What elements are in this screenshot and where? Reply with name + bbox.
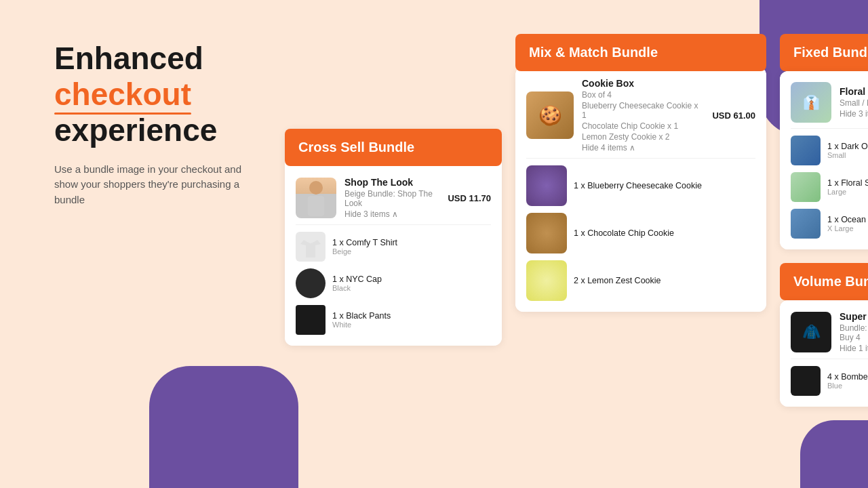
dark-ocean-image: [791, 136, 821, 165]
cross-sell-hide-btn[interactable]: Hide 3 items ∧: [344, 209, 439, 219]
floral-shirt-info: 1 x Floral Shirt Large: [827, 178, 868, 196]
mix-match-header: Mix & Match Bundle: [515, 34, 766, 71]
volume-bundle-item-info: Super Saver - Buy 4 Bundle: Super Saver …: [840, 311, 868, 353]
fixed-bundle-hide-btn[interactable]: Hide 3 items ∧: [840, 109, 868, 119]
cross-sell-item-info: Shop The Look Beige Bundle: Shop The Loo…: [344, 177, 439, 219]
list-item: 1 x Ocean Blue X Large: [791, 209, 868, 239]
cards-area: Cross Sell Bundle Shop The Look Beige Bu: [285, 34, 868, 407]
fixed-bundle-main-item: 👔 Floral Bundle Small / Large/ X Large H…: [791, 82, 868, 123]
volume-bundle-main-item: 🧥 Super Saver - Buy 4 Bundle: Super Save…: [791, 311, 868, 353]
floral-shirt-variant: Large: [827, 188, 868, 196]
lemon-cookie-info: 2 x Lemon Zest Cookie: [574, 276, 755, 285]
mix-match-detail-2: Chocolate Chip Cookie x 1: [582, 121, 704, 131]
cross-sell-item-name: Shop The Look: [344, 177, 439, 188]
cross-sell-wrapper: Cross Sell Bundle Shop The Look Beige Bu: [285, 129, 502, 346]
lemon-cookie-image: [526, 260, 567, 301]
blueberry-cookie-info: 1 x Blueberry Cheesecake Cookie: [574, 181, 755, 190]
volume-bundle-hide-btn[interactable]: Hide 1 item ∧: [840, 344, 868, 353]
bomber-jacket-variant: Blue: [827, 382, 868, 390]
cross-sell-sub-items: 1 x Comfy T Shirt Beige 1 x NYC Cap Blac…: [296, 232, 491, 335]
blueberry-cookie-name: 1 x Blueberry Cheesecake Cookie: [574, 181, 755, 190]
cross-sell-divider: [296, 224, 491, 225]
hero-title: Enhanced checkout experience: [54, 41, 264, 148]
floral-shirt-image: [791, 172, 821, 202]
volume-bundle-divider: [791, 359, 868, 359]
list-item: 1 x Blueberry Cheesecake Cookie: [526, 165, 755, 206]
bomber-jacket-name: 4 x Bomber Jacket: [827, 372, 868, 382]
mix-match-card: 🍪 Cookie Box Box of 4 Blueberry Cheeseca…: [515, 67, 766, 312]
nyc-cap-image: [296, 268, 326, 298]
mix-match-item-name: Cookie Box: [582, 78, 704, 89]
fixed-bundle-wrapper: Fixed Bundle 👔 Floral Bundle Small / Lar…: [780, 34, 868, 249]
black-pants-name: 1 x Black Pants: [332, 311, 491, 321]
comfy-tshirt-name: 1 x Comfy T Shirt: [332, 238, 491, 247]
volume-bundle-wrapper: Volume Bundle 🧥 Super Saver - Buy 4 Bund…: [780, 263, 868, 407]
dark-ocean-variant: Small: [827, 151, 868, 159]
right-cards: Fixed Bundle 👔 Floral Bundle Small / Lar…: [780, 34, 868, 407]
cross-sell-body: Shop The Look Beige Bundle: Shop The Loo…: [285, 166, 502, 346]
nyc-cap-variant: Black: [332, 284, 491, 292]
list-item: 1 x Floral Shirt Large: [791, 172, 868, 202]
cross-sell-item-price: USD 11.70: [448, 193, 491, 203]
mix-match-title: Mix & Match Bundle: [529, 45, 658, 60]
fixed-bundle-sub-items: 1 x Dark Ocean Blue Small 1 x Floral Shi…: [791, 136, 868, 239]
cookie-box-image: 🍪: [526, 92, 574, 139]
cross-sell-item-subtitle: Beige Bundle: Shop The Look: [344, 189, 439, 208]
volume-bundle-header: Volume Bundle: [780, 263, 868, 300]
hero-section: Enhanced checkout experience Use a bundl…: [54, 34, 264, 207]
cross-sell-header: Cross Sell Bundle: [285, 129, 502, 166]
dark-ocean-name: 1 x Dark Ocean Blue: [827, 142, 868, 151]
svg-point-0: [309, 181, 323, 195]
fixed-bundle-title: Fixed Bundle: [793, 45, 868, 60]
hero-title-highlight: checkout: [54, 77, 191, 112]
fixed-bundle-item-info: Floral Bundle Small / Large/ X Large Hid…: [840, 86, 868, 119]
list-item: 1 x Dark Ocean Blue Small: [791, 136, 868, 165]
nyc-cap-name: 1 x NYC Cap: [332, 274, 491, 284]
mix-match-detail-1: Blueberry Cheesecake Cookie x 1: [582, 101, 704, 120]
floral-shirt-name: 1 x Floral Shirt: [827, 178, 868, 188]
mix-match-item-subtitle: Box of 4: [582, 90, 704, 100]
fixed-bundle-header: Fixed Bundle: [780, 34, 868, 71]
volume-bundle-body: 🧥 Super Saver - Buy 4 Bundle: Super Save…: [780, 300, 868, 407]
hero-title-plain: Enhanced: [54, 41, 203, 76]
volume-bundle-card: 🧥 Super Saver - Buy 4 Bundle: Super Save…: [780, 300, 868, 407]
list-item: 4 x Bomber Jacket Blue: [791, 366, 868, 396]
choc-chip-cookie-name: 1 x Chocolate Chip Cookie: [574, 228, 755, 238]
svg-rect-1: [308, 196, 324, 216]
mix-match-item-price: USD 61.00: [712, 110, 755, 121]
lemon-cookie-name: 2 x Lemon Zest Cookie: [574, 276, 755, 285]
mix-match-wrapper: Mix & Match Bundle 🍪 Cookie Box Box of 4…: [515, 34, 766, 312]
black-pants-info: 1 x Black Pants White: [332, 311, 491, 329]
floral-bundle-image: 👔: [791, 82, 831, 123]
fixed-bundle-item-subtitle: Small / Large/ X Large: [840, 98, 868, 108]
blueberry-cookie-image: [526, 165, 567, 206]
list-item: 1 x Chocolate Chip Cookie: [526, 213, 755, 253]
list-item: 1 x NYC Cap Black: [296, 268, 491, 298]
hero-description: Use a bundle image in your checkout and …: [54, 162, 264, 208]
volume-bundle-title: Volume Bundle: [793, 274, 868, 289]
volume-bundle-sub-items: 4 x Bomber Jacket Blue: [791, 366, 868, 396]
fixed-bundle-divider: [791, 128, 868, 129]
mix-match-divider: [526, 158, 755, 159]
list-item: 1 x Black Pants White: [296, 305, 491, 335]
ocean-blue-info: 1 x Ocean Blue X Large: [827, 215, 868, 232]
volume-bundle-item-subtitle: Bundle: Super Saver - Buy 4: [840, 323, 868, 342]
choc-chip-cookie-info: 1 x Chocolate Chip Cookie: [574, 228, 755, 238]
black-pants-variant: White: [332, 321, 491, 329]
cross-sell-card: Cross Sell Bundle Shop The Look Beige Bu: [285, 129, 502, 346]
bomber-jacket-image: [791, 366, 821, 396]
mix-match-hide-btn[interactable]: Hide 4 items ∧: [582, 143, 704, 152]
volume-bundle-item-name: Super Saver - Buy 4: [840, 311, 868, 322]
ocean-blue-variant: X Large: [827, 224, 868, 232]
jacket-bundle-image: 🧥: [791, 312, 831, 352]
dark-ocean-info: 1 x Dark Ocean Blue Small: [827, 142, 868, 159]
list-item: 2 x Lemon Zest Cookie: [526, 260, 755, 301]
mix-match-detail-3: Lemon Zesty Cookie x 2: [582, 132, 704, 142]
comfy-tshirt-image: [296, 232, 326, 262]
mix-match-main-item: 🍪 Cookie Box Box of 4 Blueberry Cheeseca…: [526, 78, 755, 152]
hero-title-end: experience: [54, 113, 217, 148]
bomber-jacket-info: 4 x Bomber Jacket Blue: [827, 372, 868, 390]
comfy-tshirt-info: 1 x Comfy T Shirt Beige: [332, 238, 491, 256]
fixed-bundle-body: 👔 Floral Bundle Small / Large/ X Large H…: [780, 71, 868, 249]
mix-match-item-info: Cookie Box Box of 4 Blueberry Cheesecake…: [582, 78, 704, 152]
